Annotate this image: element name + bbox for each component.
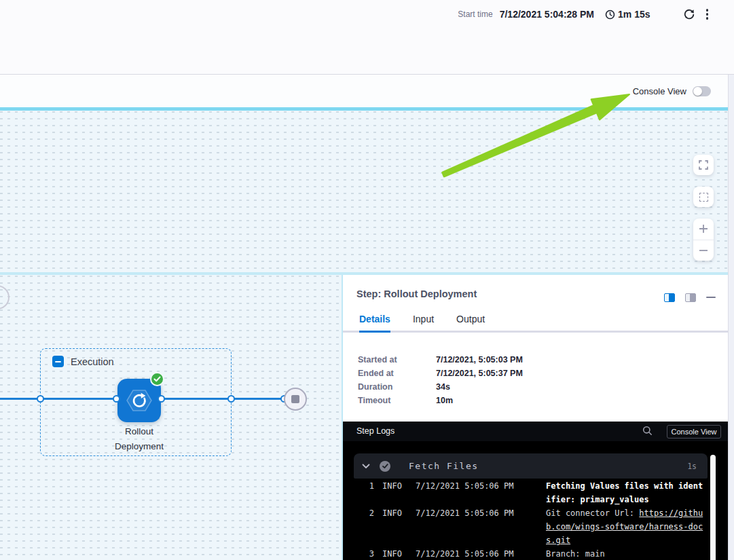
log-timestamp: 7/12/2021 5:05:06 PM — [416, 479, 514, 506]
minus-icon — [55, 361, 61, 362]
execution-group-label: Execution — [71, 356, 114, 367]
connector-dot — [37, 395, 44, 403]
panel-title: Step: Rollout Deployment — [356, 288, 477, 299]
zoom-out-button[interactable] — [693, 240, 714, 261]
start-time-label: Start time — [458, 10, 492, 19]
step-logs-title: Step Logs — [356, 426, 394, 436]
step-logs-section: Step Logs Console View Fetch Files 1s — [343, 422, 729, 560]
console-view-control: Console View — [633, 75, 711, 107]
log-scrollbar[interactable] — [710, 455, 716, 560]
detail-label: Duration — [358, 382, 436, 392]
toggle-knob — [693, 87, 702, 96]
start-time-value: 7/12/2021 5:04:28 PM — [500, 9, 594, 20]
log-row: 3 INFO 7/12/2021 5:05:06 PM Branch: main — [343, 547, 718, 560]
log-group-duration: 1s — [687, 462, 697, 471]
elapsed-time-group: 1m 15s — [605, 9, 650, 20]
detail-value: 34s — [436, 382, 450, 392]
detail-value: 10m — [436, 396, 453, 405]
log-message: Branch: main — [546, 547, 708, 560]
log-lines: 1 INFO 7/12/2021 5:05:06 PM Fetching Val… — [343, 479, 718, 560]
success-badge-icon — [150, 372, 164, 386]
layout-right-button[interactable] — [685, 293, 696, 302]
minimize-icon — [706, 297, 716, 298]
detail-label: Ended at — [358, 369, 436, 378]
page-scrollbar-track[interactable] — [728, 75, 734, 560]
log-message-prefix: Git connector Url: — [546, 508, 639, 518]
log-level: INFO — [382, 547, 405, 560]
console-view-label: Console View — [633, 86, 686, 96]
detail-label: Timeout — [358, 396, 436, 405]
fit-view-button[interactable] — [693, 187, 714, 207]
detail-value: 7/12/2021, 5:05:37 PM — [436, 369, 523, 378]
status-check-icon — [380, 461, 390, 472]
log-row: 1 INFO 7/12/2021 5:05:06 PM Fetching Val… — [343, 479, 718, 506]
log-timestamp: 7/12/2021 5:05:06 PM — [416, 506, 514, 547]
node-label: Rollout Deployment — [100, 424, 178, 454]
detail-row-duration: Duration 34s — [358, 380, 523, 394]
logs-console-view-button[interactable]: Console View — [667, 425, 721, 438]
collapse-group-button[interactable] — [52, 356, 64, 367]
step-details-panel: Step: Rollout Deployment Details Input O… — [342, 275, 728, 560]
execution-meta: Start time 7/12/2021 5:04:28 PM 1m 15s — [458, 5, 708, 23]
log-message: Git connector Url: https://github.com/wi… — [546, 506, 708, 547]
refresh-button[interactable] — [683, 8, 695, 20]
zoom-pill — [693, 219, 714, 261]
tab-input[interactable]: Input — [413, 314, 434, 333]
kebab-menu-icon — [706, 9, 709, 12]
fullscreen-icon — [699, 160, 708, 170]
clock-icon — [605, 10, 615, 20]
log-group-name: Fetch Files — [409, 461, 479, 471]
zoom-out-icon — [698, 245, 709, 256]
marquee-icon — [699, 193, 708, 202]
log-row: 2 INFO 7/12/2021 5:05:06 PM Git connecto… — [343, 506, 718, 547]
log-group-fetch-files[interactable]: Fetch Files 1s — [354, 453, 708, 479]
detail-label: Started at — [358, 355, 436, 365]
connector-dot — [158, 395, 165, 403]
zoom-in-button[interactable] — [693, 219, 714, 240]
log-search-button[interactable] — [642, 426, 653, 438]
more-options-button[interactable] — [706, 9, 709, 20]
log-message: Fetching Values files with identifier: p… — [546, 479, 708, 506]
elapsed-time-value: 1m 15s — [618, 9, 650, 20]
tab-output[interactable]: Output — [456, 314, 485, 333]
detail-value: 7/12/2021, 5:05:03 PM — [436, 355, 523, 365]
connector-dot — [227, 395, 235, 403]
detail-row-ended: Ended at 7/12/2021, 5:05:37 PM — [358, 367, 523, 380]
console-view-toggle[interactable] — [693, 86, 711, 96]
log-line-number: 3 — [365, 547, 374, 560]
log-level: INFO — [382, 479, 405, 506]
minimize-panel-button[interactable] — [706, 293, 716, 302]
detail-row-started: Started at 7/12/2021, 5:05:03 PM — [358, 353, 523, 367]
detail-row-timeout: Timeout 10m — [358, 394, 523, 407]
logs-body: Fetch Files 1s 1 INFO 7/12/2021 5:05:06 … — [343, 441, 729, 560]
step-logs-bar: Step Logs Console View — [343, 422, 729, 441]
pipeline-execution-screen: Start time 7/12/2021 5:04:28 PM 1m 15s C… — [0, 0, 734, 560]
graph-toolbar: Console View — [0, 75, 734, 107]
details-list: Started at 7/12/2021, 5:05:03 PM Ended a… — [358, 353, 523, 407]
zoom-in-icon — [698, 223, 709, 234]
layout-split-button[interactable] — [664, 293, 675, 302]
end-node[interactable] — [284, 388, 307, 411]
refresh-icon — [683, 8, 695, 20]
stop-icon — [291, 395, 299, 403]
log-line-number: 1 — [365, 479, 374, 506]
log-timestamp: 7/12/2021 5:05:06 PM — [416, 547, 514, 560]
log-line-number: 2 — [365, 506, 374, 547]
search-icon — [642, 426, 653, 436]
tab-details[interactable]: Details — [359, 314, 390, 333]
top-bar: Start time 7/12/2021 5:04:28 PM 1m 15s — [0, 0, 734, 75]
log-level: INFO — [382, 506, 405, 547]
panel-tabs: Details Input Output — [343, 314, 729, 333]
panel-actions — [664, 293, 716, 302]
fullscreen-button[interactable] — [693, 155, 714, 175]
canvas-controls — [693, 155, 714, 261]
stage-canvas[interactable] — [0, 111, 734, 272]
chevron-down-icon — [362, 464, 370, 469]
connector-dot — [113, 395, 120, 403]
